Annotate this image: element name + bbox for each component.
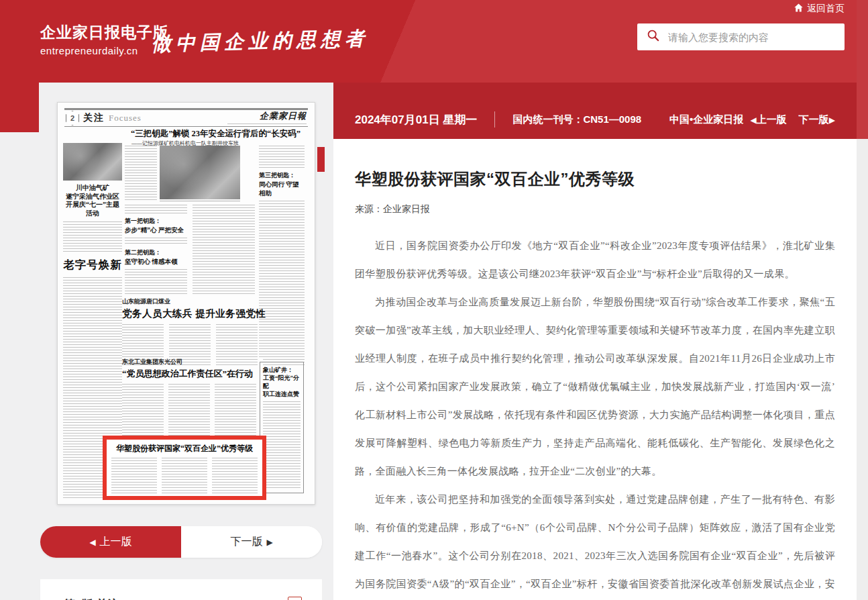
text-lines: [212, 458, 258, 495]
prev-arrow-icon: ◀: [89, 538, 95, 547]
site-logo[interactable]: 企业家日报电子版 entrepreneurdaily.cn: [40, 22, 169, 56]
article-paragraph: 近日，国务院国资委办公厅印发《地方“双百企业”“科改企业”2023年度专项评估结…: [355, 232, 835, 288]
site-header: 返回首页 企业家日报电子版 entrepreneurdaily.cn 做中国企业…: [0, 0, 868, 83]
next-page-button[interactable]: 下一版 ▶: [181, 526, 322, 558]
back-to-home-label: 返回首页: [807, 3, 845, 15]
section-name-cn: 关注: [83, 112, 105, 124]
page-list-card: 第2版 关注 人: [40, 579, 322, 600]
page-pager: ◀ 上一版 下一版 ▶: [40, 526, 322, 558]
issue-date: 2024年07月01日 星期一: [355, 112, 477, 128]
thumb-section-bar: 2 关注 Focuses 企業家日報: [64, 108, 308, 127]
text-lines: [263, 401, 301, 489]
group-photo: [160, 146, 240, 199]
article-source: 来源：企业家日报: [355, 203, 835, 215]
article-paragraph: 近年来，该公司把坚持和加强党的全面领导落到实处，通过党建品牌创建，产生了一批有特…: [355, 485, 835, 600]
masthead-date-lines: [227, 123, 307, 126]
paper-brand: 中国•企业家日报: [669, 113, 743, 126]
text-lines: [125, 205, 187, 214]
prev-arrow-icon: ◀: [751, 115, 757, 125]
thumb-main-headline: “三把钥匙”解锁 23年安全运行背后的“长安码”: [122, 128, 309, 140]
issue-bar: 2024年07月01日 星期一 国内统一刊号：CN51—0098 中国•企业家日…: [333, 83, 857, 139]
text-lines: [125, 269, 187, 296]
story2-headline: 党务人员大练兵 提升业务强党性: [122, 307, 305, 320]
masthead-logo-text: 企業家日報: [227, 110, 307, 122]
text-lines: [259, 146, 305, 168]
thumb-middle-columns: 第一把钥匙： 步步“精”心 严把安全 第二把钥匙： 坚守初心 情感本领: [125, 205, 255, 296]
thumb-masthead: 企業家日報: [227, 110, 307, 126]
home-icon: [794, 3, 804, 15]
left-story-photo: [63, 143, 122, 181]
thumb-story2: 山东能源唐口煤业 党务人员大练兵 提升业务强党性: [122, 297, 305, 366]
issue-next-button[interactable]: 下一版▶: [799, 113, 835, 126]
photo-caption-lines: [160, 201, 240, 203]
site-domain: entrepreneurdaily.cn: [40, 45, 169, 56]
section-name-en: Focuses: [109, 113, 142, 123]
newspaper-page-thumbnail[interactable]: 2 关注 Focuses 企業家日報 “三把钥匙”解锁 23年安全运行背后的“长…: [57, 102, 315, 505]
article-body: 近日，国务院国资委办公厅印发《地方“双百企业”“科改企业”2023年度专项评估结…: [355, 232, 835, 600]
page-number-badge: 2: [66, 111, 79, 126]
article-title: 华塑股份获评国家“双百企业”优秀等级: [355, 168, 835, 190]
highlighted-article-box[interactable]: 华塑股份获评国家“双百企业”优秀等级: [103, 436, 266, 500]
next-arrow-icon: ▶: [829, 115, 835, 125]
left-story2-title: 老字号焕新: [63, 258, 122, 272]
search-icon: [647, 29, 660, 45]
scrollbar-track[interactable]: [857, 0, 868, 600]
issue-bar-divider: [494, 111, 495, 128]
issue-number: 国内统一刊号：CN51—0098: [512, 113, 641, 126]
article-panel: 华塑股份获评国家“双百企业”优秀等级 来源：企业家日报 近日，国务院国资委办公厅…: [333, 139, 857, 600]
story3-kicker: 东北工业集团东光公司: [122, 358, 256, 366]
next-arrow-icon: ▶: [266, 538, 272, 547]
page-list-item[interactable]: 第2版 关注: [64, 587, 119, 600]
key2-subhead: 第二把钥匙： 坚守初心 情感本领: [125, 248, 187, 266]
key3-subhead: 第三把钥匙： 同心同行 守望相助: [259, 171, 305, 198]
left-story-title: 川中油气矿 遂宁采油气作业区 开展庆“七一”主题活动: [63, 184, 122, 217]
scrollbar-thumb[interactable]: [857, 0, 868, 139]
text-lines: [162, 458, 207, 495]
back-to-home-link[interactable]: 返回首页: [794, 3, 845, 15]
search-input[interactable]: [668, 32, 845, 43]
text-lines: [111, 458, 157, 495]
side-box-title: 象山矿井： 工资“阳光”分配 职工连连点赞: [263, 366, 301, 398]
site-title: 企业家日报电子版: [40, 22, 169, 43]
pdf-icon[interactable]: 人: [288, 597, 302, 600]
search-box[interactable]: [637, 23, 845, 50]
key1-subhead: 第一把钥匙： 步步“精”心 严把安全: [125, 217, 187, 235]
prev-page-button[interactable]: ◀ 上一版: [40, 526, 181, 558]
text-lines: [63, 221, 122, 252]
text-lines: [125, 146, 157, 202]
site-slogan: 做中国企业的思想者: [152, 26, 370, 58]
issue-prev-button[interactable]: ◀上一版: [751, 113, 787, 126]
header-left-stub: [0, 83, 39, 132]
highlighted-article-title: 华塑股份获评国家“双百企业”优秀等级: [111, 443, 258, 454]
text-lines: [125, 238, 187, 246]
text-lines: [263, 324, 305, 366]
text-lines: [193, 205, 255, 296]
story3-headline: “党员思想政治工作责任区”在行动: [122, 368, 256, 380]
article-paragraph: 为推动国企改革与企业高质量发展迈上新台阶，华塑股份围绕“双百行动”综合改革工作要…: [355, 288, 835, 485]
story2-kicker: 山东能源唐口煤业: [122, 297, 305, 306]
red-accent-tab: [317, 147, 325, 172]
